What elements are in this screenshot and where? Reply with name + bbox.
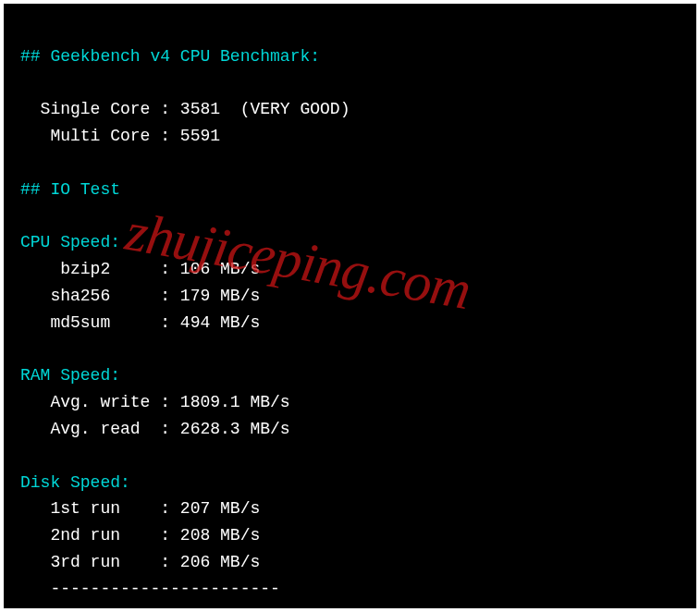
run2-label: 2nd run : (20, 526, 180, 545)
run3-value: 206 MB/s (180, 553, 260, 571)
disk-speed-heading: Disk Speed: (20, 473, 130, 492)
disk-avg-label: Average : (20, 606, 180, 612)
single-core-rating: (VERY GOOD) (220, 100, 350, 118)
run1-value: 207 MB/s (180, 499, 260, 518)
run1-label: 1st run : (20, 499, 180, 518)
avg-write-value: 1809.1 MB/s (180, 393, 290, 411)
single-core-value: 3581 (180, 100, 220, 118)
ram-speed-heading: RAM Speed: (20, 366, 120, 385)
avg-write-label: Avg. write : (20, 393, 180, 411)
terminal-output: ## Geekbench v4 CPU Benchmark: Single Co… (4, 4, 696, 608)
run2-value: 208 MB/s (180, 526, 260, 545)
sha256-value: 179 MB/s (180, 287, 260, 305)
run3-label: 3rd run : (20, 553, 180, 571)
disk-avg-value: 207.0 MB/s (180, 606, 280, 612)
io-test-heading: ## IO Test (20, 180, 120, 199)
geekbench-heading: ## Geekbench v4 CPU Benchmark: (20, 47, 320, 66)
bzip2-value: 106 MB/s (180, 260, 260, 278)
single-core-label: Single Core : (20, 100, 180, 118)
avg-read-value: 2628.3 MB/s (180, 420, 290, 438)
multi-core-label: Multi Core : (20, 127, 180, 145)
bzip2-label: bzip2 : (20, 260, 180, 278)
disk-divider: ----------------------- (20, 580, 280, 598)
md5sum-label: md5sum : (20, 313, 180, 332)
avg-read-label: Avg. read : (20, 420, 180, 438)
sha256-label: sha256 : (20, 287, 180, 305)
cpu-speed-heading: CPU Speed: (20, 233, 120, 251)
multi-core-value: 5591 (180, 127, 220, 145)
md5sum-value: 494 MB/s (180, 313, 260, 332)
